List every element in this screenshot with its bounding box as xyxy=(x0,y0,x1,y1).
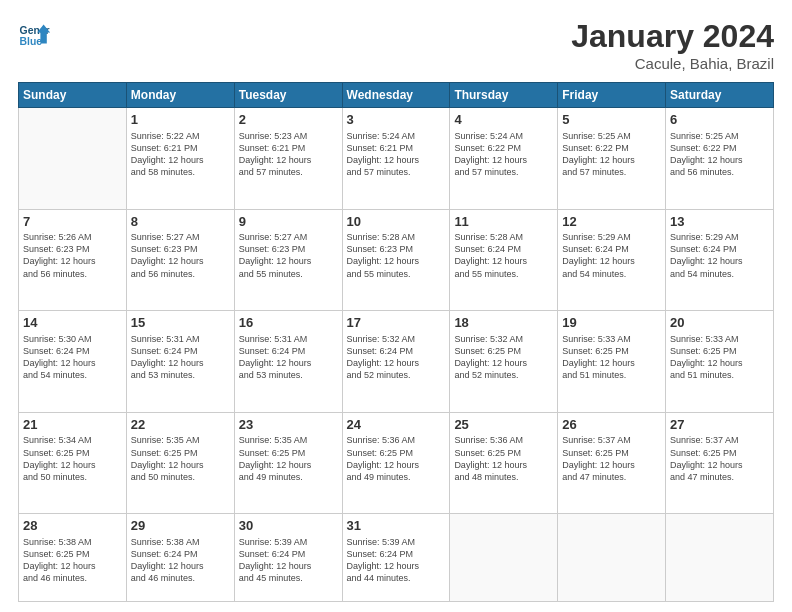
day-number: 30 xyxy=(239,517,338,535)
table-row: 6Sunrise: 5:25 AMSunset: 6:22 PMDaylight… xyxy=(666,108,774,210)
table-row: 10Sunrise: 5:28 AMSunset: 6:23 PMDayligh… xyxy=(342,209,450,311)
day-info: Sunrise: 5:24 AMSunset: 6:21 PMDaylight:… xyxy=(347,130,446,179)
day-info: Sunrise: 5:34 AMSunset: 6:25 PMDaylight:… xyxy=(23,434,122,483)
header: General Blue January 2024 Cacule, Bahia,… xyxy=(18,18,774,72)
col-thursday: Thursday xyxy=(450,83,558,108)
day-info: Sunrise: 5:39 AMSunset: 6:24 PMDaylight:… xyxy=(239,536,338,585)
day-info: Sunrise: 5:38 AMSunset: 6:25 PMDaylight:… xyxy=(23,536,122,585)
day-info: Sunrise: 5:33 AMSunset: 6:25 PMDaylight:… xyxy=(670,333,769,382)
day-number: 4 xyxy=(454,111,553,129)
week-row-0: 1Sunrise: 5:22 AMSunset: 6:21 PMDaylight… xyxy=(19,108,774,210)
table-row xyxy=(666,514,774,602)
day-info: Sunrise: 5:27 AMSunset: 6:23 PMDaylight:… xyxy=(131,231,230,280)
table-row: 12Sunrise: 5:29 AMSunset: 6:24 PMDayligh… xyxy=(558,209,666,311)
calendar: Sunday Monday Tuesday Wednesday Thursday… xyxy=(18,82,774,602)
day-number: 11 xyxy=(454,213,553,231)
table-row: 1Sunrise: 5:22 AMSunset: 6:21 PMDaylight… xyxy=(126,108,234,210)
day-info: Sunrise: 5:25 AMSunset: 6:22 PMDaylight:… xyxy=(562,130,661,179)
table-row: 26Sunrise: 5:37 AMSunset: 6:25 PMDayligh… xyxy=(558,412,666,514)
day-number: 15 xyxy=(131,314,230,332)
col-sunday: Sunday xyxy=(19,83,127,108)
table-row xyxy=(450,514,558,602)
day-info: Sunrise: 5:29 AMSunset: 6:24 PMDaylight:… xyxy=(670,231,769,280)
table-row: 7Sunrise: 5:26 AMSunset: 6:23 PMDaylight… xyxy=(19,209,127,311)
day-info: Sunrise: 5:37 AMSunset: 6:25 PMDaylight:… xyxy=(670,434,769,483)
day-number: 14 xyxy=(23,314,122,332)
logo: General Blue xyxy=(18,18,50,50)
table-row: 23Sunrise: 5:35 AMSunset: 6:25 PMDayligh… xyxy=(234,412,342,514)
table-row: 22Sunrise: 5:35 AMSunset: 6:25 PMDayligh… xyxy=(126,412,234,514)
day-info: Sunrise: 5:35 AMSunset: 6:25 PMDaylight:… xyxy=(131,434,230,483)
week-row-2: 14Sunrise: 5:30 AMSunset: 6:24 PMDayligh… xyxy=(19,311,774,413)
day-number: 16 xyxy=(239,314,338,332)
day-info: Sunrise: 5:27 AMSunset: 6:23 PMDaylight:… xyxy=(239,231,338,280)
day-number: 19 xyxy=(562,314,661,332)
table-row: 31Sunrise: 5:39 AMSunset: 6:24 PMDayligh… xyxy=(342,514,450,602)
day-number: 5 xyxy=(562,111,661,129)
table-row: 2Sunrise: 5:23 AMSunset: 6:21 PMDaylight… xyxy=(234,108,342,210)
day-info: Sunrise: 5:37 AMSunset: 6:25 PMDaylight:… xyxy=(562,434,661,483)
day-info: Sunrise: 5:36 AMSunset: 6:25 PMDaylight:… xyxy=(347,434,446,483)
day-info: Sunrise: 5:28 AMSunset: 6:23 PMDaylight:… xyxy=(347,231,446,280)
day-number: 13 xyxy=(670,213,769,231)
day-number: 28 xyxy=(23,517,122,535)
day-number: 17 xyxy=(347,314,446,332)
table-row: 25Sunrise: 5:36 AMSunset: 6:25 PMDayligh… xyxy=(450,412,558,514)
col-saturday: Saturday xyxy=(666,83,774,108)
table-row xyxy=(19,108,127,210)
day-number: 26 xyxy=(562,416,661,434)
table-row: 30Sunrise: 5:39 AMSunset: 6:24 PMDayligh… xyxy=(234,514,342,602)
table-row: 14Sunrise: 5:30 AMSunset: 6:24 PMDayligh… xyxy=(19,311,127,413)
subtitle: Cacule, Bahia, Brazil xyxy=(571,55,774,72)
day-number: 25 xyxy=(454,416,553,434)
col-tuesday: Tuesday xyxy=(234,83,342,108)
table-row: 19Sunrise: 5:33 AMSunset: 6:25 PMDayligh… xyxy=(558,311,666,413)
page: General Blue January 2024 Cacule, Bahia,… xyxy=(0,0,792,612)
day-info: Sunrise: 5:32 AMSunset: 6:25 PMDaylight:… xyxy=(454,333,553,382)
day-info: Sunrise: 5:26 AMSunset: 6:23 PMDaylight:… xyxy=(23,231,122,280)
day-info: Sunrise: 5:39 AMSunset: 6:24 PMDaylight:… xyxy=(347,536,446,585)
day-number: 10 xyxy=(347,213,446,231)
day-number: 29 xyxy=(131,517,230,535)
table-row: 11Sunrise: 5:28 AMSunset: 6:24 PMDayligh… xyxy=(450,209,558,311)
day-number: 7 xyxy=(23,213,122,231)
calendar-header-row: Sunday Monday Tuesday Wednesday Thursday… xyxy=(19,83,774,108)
table-row: 29Sunrise: 5:38 AMSunset: 6:24 PMDayligh… xyxy=(126,514,234,602)
svg-text:Blue: Blue xyxy=(20,36,43,47)
day-info: Sunrise: 5:29 AMSunset: 6:24 PMDaylight:… xyxy=(562,231,661,280)
week-row-4: 28Sunrise: 5:38 AMSunset: 6:25 PMDayligh… xyxy=(19,514,774,602)
day-number: 21 xyxy=(23,416,122,434)
day-info: Sunrise: 5:24 AMSunset: 6:22 PMDaylight:… xyxy=(454,130,553,179)
main-title: January 2024 xyxy=(571,18,774,55)
day-number: 9 xyxy=(239,213,338,231)
table-row: 9Sunrise: 5:27 AMSunset: 6:23 PMDaylight… xyxy=(234,209,342,311)
day-number: 23 xyxy=(239,416,338,434)
logo-icon: General Blue xyxy=(18,18,50,50)
table-row: 20Sunrise: 5:33 AMSunset: 6:25 PMDayligh… xyxy=(666,311,774,413)
table-row: 18Sunrise: 5:32 AMSunset: 6:25 PMDayligh… xyxy=(450,311,558,413)
table-row: 13Sunrise: 5:29 AMSunset: 6:24 PMDayligh… xyxy=(666,209,774,311)
day-number: 12 xyxy=(562,213,661,231)
day-number: 1 xyxy=(131,111,230,129)
day-info: Sunrise: 5:36 AMSunset: 6:25 PMDaylight:… xyxy=(454,434,553,483)
day-number: 2 xyxy=(239,111,338,129)
day-info: Sunrise: 5:28 AMSunset: 6:24 PMDaylight:… xyxy=(454,231,553,280)
title-block: January 2024 Cacule, Bahia, Brazil xyxy=(571,18,774,72)
day-info: Sunrise: 5:22 AMSunset: 6:21 PMDaylight:… xyxy=(131,130,230,179)
table-row xyxy=(558,514,666,602)
table-row: 15Sunrise: 5:31 AMSunset: 6:24 PMDayligh… xyxy=(126,311,234,413)
day-info: Sunrise: 5:35 AMSunset: 6:25 PMDaylight:… xyxy=(239,434,338,483)
day-number: 20 xyxy=(670,314,769,332)
day-number: 18 xyxy=(454,314,553,332)
day-info: Sunrise: 5:31 AMSunset: 6:24 PMDaylight:… xyxy=(131,333,230,382)
table-row: 5Sunrise: 5:25 AMSunset: 6:22 PMDaylight… xyxy=(558,108,666,210)
table-row: 24Sunrise: 5:36 AMSunset: 6:25 PMDayligh… xyxy=(342,412,450,514)
table-row: 16Sunrise: 5:31 AMSunset: 6:24 PMDayligh… xyxy=(234,311,342,413)
week-row-1: 7Sunrise: 5:26 AMSunset: 6:23 PMDaylight… xyxy=(19,209,774,311)
day-info: Sunrise: 5:38 AMSunset: 6:24 PMDaylight:… xyxy=(131,536,230,585)
table-row: 21Sunrise: 5:34 AMSunset: 6:25 PMDayligh… xyxy=(19,412,127,514)
table-row: 28Sunrise: 5:38 AMSunset: 6:25 PMDayligh… xyxy=(19,514,127,602)
week-row-3: 21Sunrise: 5:34 AMSunset: 6:25 PMDayligh… xyxy=(19,412,774,514)
table-row: 27Sunrise: 5:37 AMSunset: 6:25 PMDayligh… xyxy=(666,412,774,514)
table-row: 4Sunrise: 5:24 AMSunset: 6:22 PMDaylight… xyxy=(450,108,558,210)
